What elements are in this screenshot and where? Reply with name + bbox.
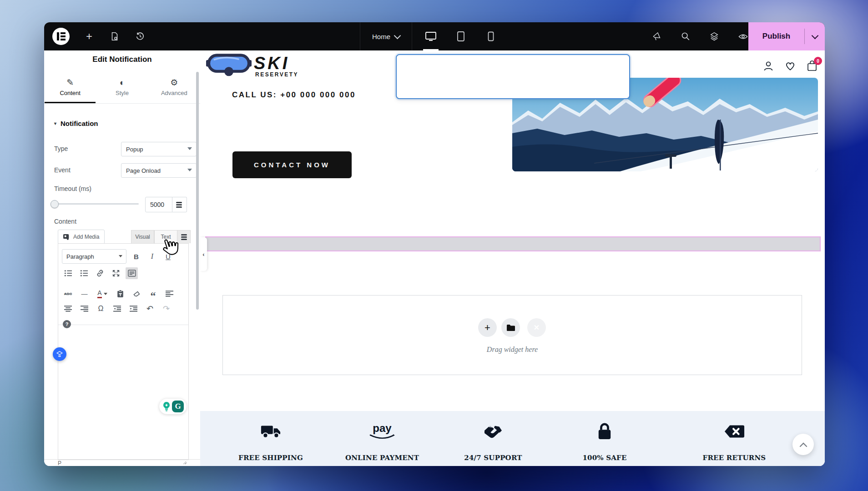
- numbered-list-button[interactable]: [78, 267, 90, 279]
- notification-popup-widget[interactable]: [396, 54, 630, 99]
- editor-visual-tab[interactable]: Visual: [131, 230, 154, 243]
- search-icon[interactable]: [680, 30, 691, 42]
- add-template-button[interactable]: [501, 318, 520, 337]
- ski-goggles-logo-icon: [206, 51, 252, 77]
- event-select-value: Page Onload: [126, 167, 161, 174]
- grammarly-widget[interactable]: G: [159, 399, 187, 414]
- outdent-button[interactable]: [111, 303, 123, 315]
- bold-button[interactable]: B: [130, 251, 142, 262]
- path-segment: P: [58, 460, 61, 466]
- strikethrough-button[interactable]: ABC: [62, 288, 74, 300]
- ai-assistant-button[interactable]: [53, 347, 66, 361]
- insert-link-button[interactable]: [94, 267, 106, 279]
- site-logo-text[interactable]: SKI: [254, 54, 289, 73]
- wishlist-heart-icon[interactable]: [784, 60, 796, 72]
- fullscreen-button[interactable]: [110, 267, 122, 279]
- event-label: Event: [54, 166, 71, 174]
- call-us-text: CALL US: +00 000 000 000: [232, 90, 356, 100]
- elementor-logo[interactable]: [52, 28, 70, 45]
- blockquote-button[interactable]: “: [147, 286, 159, 302]
- redo-button[interactable]: ↷: [160, 303, 172, 315]
- drag-widget-label: Drag widget here: [223, 346, 802, 354]
- caret-down-icon: [187, 147, 192, 150]
- page-selector-label: Home: [372, 33, 390, 40]
- lock-icon: [555, 421, 655, 442]
- event-select[interactable]: Page Onload: [121, 163, 197, 178]
- type-select[interactable]: Popup: [121, 142, 197, 156]
- folder-icon: [506, 324, 515, 331]
- edit-notification-panel: Edit Notification ✎ Content ◐ Style ⚙ Ad…: [44, 50, 200, 466]
- wysiwyg-editor[interactable]: Paragraph B I U: [58, 243, 189, 460]
- footer-feature-label: FREE SHIPPING: [221, 454, 321, 462]
- device-tablet-icon[interactable]: [455, 30, 467, 42]
- device-mobile-icon[interactable]: [485, 30, 497, 42]
- gear-icon: ⚙: [170, 78, 178, 87]
- drag-widget-area[interactable]: + ✕ Drag widget here: [222, 295, 802, 375]
- ai-builder-button[interactable]: ✕: [527, 318, 546, 337]
- add-element-icon[interactable]: +: [83, 30, 95, 42]
- bullet-list-button[interactable]: [62, 267, 74, 279]
- caret-down-icon: [187, 169, 192, 171]
- tab-style[interactable]: ◐ Style: [96, 72, 148, 102]
- preview-eye-icon[interactable]: [737, 30, 749, 42]
- account-icon[interactable]: [762, 60, 774, 72]
- contact-now-label: CONTACT NOW: [254, 161, 330, 169]
- italic-button[interactable]: I: [146, 251, 158, 262]
- indent-button[interactable]: [127, 303, 140, 315]
- content-dynamic-tags-button[interactable]: [177, 230, 191, 243]
- caret-down-icon: [104, 293, 107, 295]
- type-select-value: Popup: [126, 146, 143, 153]
- text-color-letter: A: [97, 289, 101, 298]
- type-label: Type: [54, 145, 68, 152]
- contact-now-button[interactable]: CONTACT NOW: [232, 151, 352, 178]
- notification-section-toggle[interactable]: ▾ Notification: [54, 120, 98, 127]
- help-icon[interactable]: ?: [63, 320, 71, 328]
- panel-collapse-tab[interactable]: ‹: [200, 237, 207, 271]
- paste-as-text-button[interactable]: [114, 288, 126, 300]
- visual-tab-label: Visual: [135, 234, 150, 240]
- undo-button[interactable]: ↶: [144, 303, 156, 315]
- cart-count-badge: 0: [814, 57, 822, 65]
- publish-button[interactable]: Publish: [748, 22, 825, 50]
- horizontal-rule-button[interactable]: —: [78, 288, 91, 300]
- device-desktop-icon[interactable]: [425, 30, 437, 42]
- tab-content[interactable]: ✎ Content: [44, 72, 96, 102]
- align-center-button[interactable]: [62, 303, 74, 315]
- publish-options-chevron-icon[interactable]: [805, 35, 825, 38]
- footer-feature: 100% SAFE: [555, 411, 655, 466]
- add-media-button[interactable]: Add Media: [58, 230, 105, 244]
- handshake-icon: [443, 421, 543, 442]
- footer-feature: FREE RETURNS: [684, 411, 784, 466]
- toolbar-toggle-button[interactable]: [126, 267, 138, 279]
- dynamic-tags-icon: [176, 202, 182, 208]
- add-section-button[interactable]: +: [478, 318, 497, 337]
- panel-title: Edit Notification: [44, 55, 200, 64]
- clear-formatting-button[interactable]: [131, 288, 143, 300]
- pencil-icon: ✎: [66, 78, 74, 87]
- panel-scrollbar[interactable]: [196, 72, 199, 310]
- whats-new-icon[interactable]: [651, 30, 663, 42]
- paragraph-format-select[interactable]: Paragraph: [62, 249, 126, 264]
- paragraph-format-value: Paragraph: [66, 253, 94, 260]
- timeout-slider[interactable]: [54, 203, 139, 205]
- text-color-button[interactable]: A: [95, 288, 110, 300]
- page-settings-icon[interactable]: [109, 30, 121, 42]
- notification-section-title: Notification: [61, 120, 98, 127]
- chevron-up-icon: [799, 442, 807, 447]
- scroll-to-top-button[interactable]: [792, 434, 814, 455]
- tab-advanced[interactable]: ⚙ Advanced: [148, 72, 200, 102]
- close-icon: ✕: [534, 323, 540, 332]
- align-left-button[interactable]: [163, 288, 176, 300]
- timeout-slider-thumb[interactable]: [50, 200, 59, 208]
- structure-layers-icon[interactable]: [708, 30, 720, 42]
- history-icon[interactable]: [134, 30, 146, 42]
- selected-section-bar[interactable]: [205, 236, 821, 251]
- dynamic-tags-button[interactable]: [172, 197, 187, 212]
- page-selector[interactable]: Home: [360, 22, 412, 50]
- footer-feature: FREE SHIPPING: [221, 411, 321, 466]
- cart-bag-icon[interactable]: 0: [806, 60, 818, 72]
- resize-grip[interactable]: [183, 461, 187, 464]
- contrast-icon: ◐: [120, 78, 125, 87]
- align-right-button[interactable]: [78, 303, 91, 315]
- special-character-button[interactable]: Ω: [95, 303, 107, 315]
